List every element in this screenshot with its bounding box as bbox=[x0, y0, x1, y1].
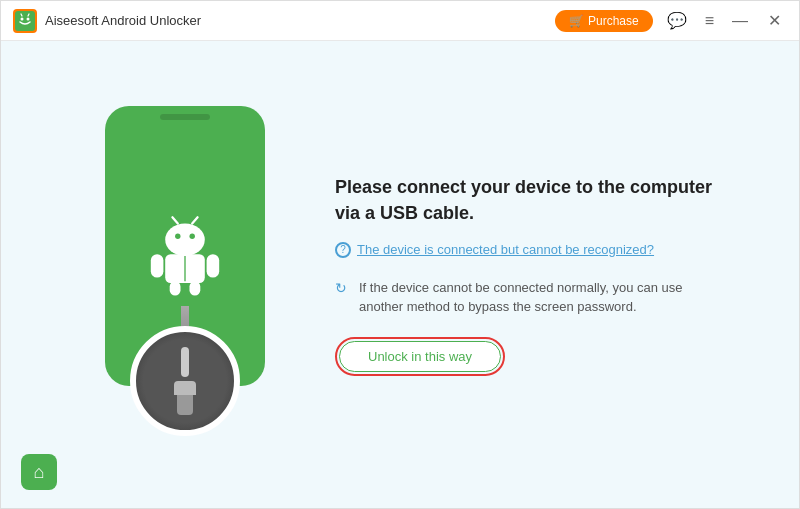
svg-rect-1 bbox=[15, 11, 35, 31]
home-button[interactable]: ⌂ bbox=[21, 454, 57, 490]
cart-icon: 🛒 bbox=[569, 14, 584, 28]
svg-line-10 bbox=[192, 217, 197, 223]
titlebar: Aiseesoft Android Unlocker 🛒 Purchase 💬 … bbox=[1, 1, 799, 41]
svg-point-2 bbox=[21, 17, 24, 20]
svg-line-9 bbox=[172, 217, 177, 223]
close-icon[interactable]: ✕ bbox=[762, 9, 787, 32]
main-content: Please connect your device to the comput… bbox=[1, 41, 799, 509]
svg-point-8 bbox=[190, 233, 195, 238]
titlebar-right: 🛒 Purchase 💬 ≡ — ✕ bbox=[555, 9, 787, 32]
purchase-button[interactable]: 🛒 Purchase bbox=[555, 10, 653, 32]
app-title: Aiseesoft Android Unlocker bbox=[45, 13, 201, 28]
purchase-label: Purchase bbox=[588, 14, 639, 28]
refresh-icon: ↻ bbox=[335, 280, 351, 296]
device-link-row: ? The device is connected but cannot be … bbox=[335, 242, 715, 258]
svg-rect-13 bbox=[207, 254, 220, 277]
minimize-icon[interactable]: — bbox=[728, 10, 752, 32]
android-robot-icon bbox=[140, 211, 230, 301]
app-logo-icon bbox=[13, 9, 37, 33]
device-not-recognized-link[interactable]: The device is connected but cannot be re… bbox=[357, 242, 654, 257]
svg-rect-12 bbox=[151, 254, 164, 277]
phone-screen-notch bbox=[160, 114, 210, 120]
content-right: Please connect your device to the comput… bbox=[335, 175, 715, 375]
unlock-in-this-way-button[interactable]: Unlock in this way bbox=[339, 341, 501, 372]
chat-icon[interactable]: 💬 bbox=[663, 9, 691, 32]
svg-rect-15 bbox=[190, 281, 201, 295]
svg-point-6 bbox=[165, 223, 205, 255]
info-text: If the device cannot be connected normal… bbox=[359, 278, 715, 317]
home-icon: ⌂ bbox=[34, 462, 45, 483]
phone-illustration bbox=[85, 106, 285, 446]
usb-circle bbox=[130, 326, 240, 436]
svg-rect-14 bbox=[170, 281, 181, 295]
usb-plug-icon bbox=[174, 347, 196, 415]
question-icon: ? bbox=[335, 242, 351, 258]
main-heading: Please connect your device to the comput… bbox=[335, 175, 715, 225]
menu-icon[interactable]: ≡ bbox=[701, 10, 718, 32]
svg-point-3 bbox=[27, 17, 30, 20]
info-row: ↻ If the device cannot be connected norm… bbox=[335, 278, 715, 317]
titlebar-left: Aiseesoft Android Unlocker bbox=[13, 9, 201, 33]
svg-point-7 bbox=[175, 233, 180, 238]
unlock-btn-wrapper: Unlock in this way bbox=[335, 337, 505, 376]
